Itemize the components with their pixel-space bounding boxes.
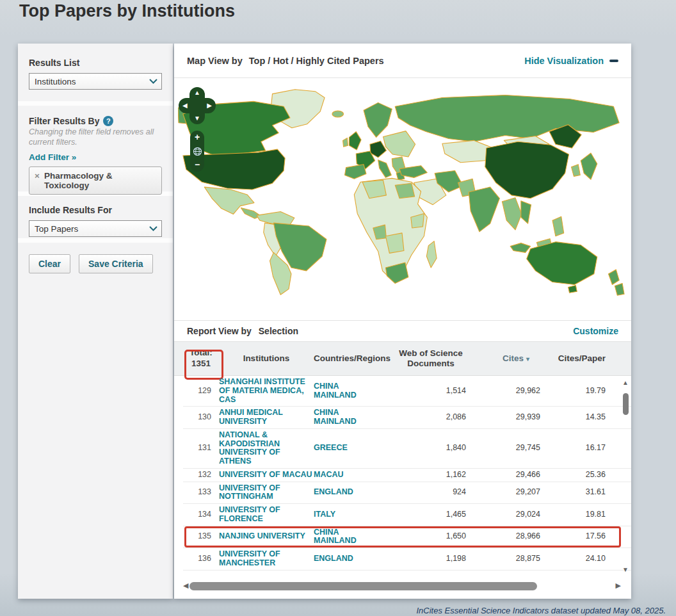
institution-link[interactable]: UNIVERSITY OF NOTTINGHAM [219, 484, 314, 502]
vertical-scrollbar[interactable]: ▲ ▼ [620, 375, 631, 580]
row-cites-per-paper: 25.36 [553, 471, 611, 480]
table-body: 129 SHANGHAI INSTITUTE OF MATERIA MEDICA… [174, 376, 631, 580]
report-view-mode: Selection [259, 326, 298, 336]
report-view-header: Report View by Selection Customize [174, 321, 631, 341]
row-wos-documents: 1,198 [383, 555, 479, 563]
pan-right-icon[interactable]: ▶ [207, 102, 212, 109]
total-count: Total: 1351 [183, 348, 219, 369]
row-cites: 29,466 [479, 471, 553, 480]
row-cites-per-paper: 19.81 [553, 510, 611, 519]
row-wos-documents: 1,514 [383, 387, 479, 396]
horizontal-scroll-thumb[interactable] [189, 582, 537, 590]
remove-filter-icon[interactable]: × [35, 171, 40, 190]
column-header-cites-per-paper[interactable]: Cites/Paper [553, 353, 611, 364]
pan-left-icon[interactable]: ◀ [182, 102, 188, 109]
filter-tag: × Pharmacology & Toxicology [29, 166, 162, 195]
institution-link[interactable]: NANJING UNIVERSITY [219, 532, 305, 541]
map-view-mode: Top / Hot / Highly Cited Papers [249, 56, 384, 66]
row-country: ENGLAND [314, 488, 383, 497]
row-cites: 28,875 [479, 555, 553, 563]
column-header-countries-regions[interactable]: Countries/Regions [314, 353, 383, 364]
scroll-up-icon[interactable]: ▲ [622, 379, 629, 386]
row-country: ITALY [314, 510, 383, 519]
filter-heading: Filter Results By? [29, 116, 162, 126]
row-country: CHINA MAINLAND [314, 409, 383, 426]
row-rank: 136 [183, 555, 219, 563]
row-rank: 130 [183, 413, 219, 422]
filter-tag-label: Pharmacology & Toxicology [44, 171, 156, 190]
row-country: CHINA MAINLAND [314, 528, 383, 546]
row-cites: 29,024 [479, 510, 553, 519]
row-cites: 29,939 [479, 413, 553, 422]
table-row: 133 UNIVERSITY OF NOTTINGHAM ENGLAND 924… [183, 482, 631, 505]
sidebar: Results List Institutions Filter Results… [18, 44, 173, 599]
page-title: Top Papers by Institutions [19, 1, 235, 21]
institution-link[interactable]: SHANGHAI INSTITUTE OF MATERIA MEDICA, CA… [219, 378, 314, 404]
row-cites: 29,207 [479, 488, 553, 497]
include-results-value: Top Papers [35, 224, 78, 234]
row-cites: 29,745 [479, 444, 553, 453]
map-countries[interactable] [178, 90, 624, 296]
row-wos-documents: 1,650 [383, 532, 479, 541]
row-cites-per-paper: 19.79 [553, 387, 611, 396]
row-rank: 134 [183, 510, 219, 519]
world-map [178, 83, 627, 300]
include-results-section: Include Results For Top Papers [18, 196, 173, 238]
clear-button[interactable]: Clear [29, 254, 70, 273]
map-pan-control[interactable]: ▲ ▼ ◀ ▶ [179, 87, 216, 124]
filter-section: Filter Results By? Changing the filter f… [18, 106, 173, 191]
institution-link[interactable]: UNIVERSITY OF MANCHESTER [219, 550, 314, 568]
hide-visualization-link[interactable]: Hide Visualization [524, 56, 618, 66]
row-rank: 132 [183, 471, 219, 480]
scroll-left-icon[interactable]: ◀ [183, 581, 188, 590]
row-cites-per-paper: 24.10 [553, 555, 611, 563]
table-row: 131 NATIONAL & KAPODISTRIAN UNIVERSITY O… [183, 429, 631, 469]
row-cites-per-paper: 17.56 [553, 532, 611, 541]
map-region: ▲ ▼ ◀ ▶ + − 0 [174, 78, 631, 320]
actions-section: Clear Save Criteria [18, 243, 173, 599]
zoom-in-button[interactable]: + [195, 133, 200, 142]
collapse-minus-icon [609, 60, 618, 62]
row-wos-documents: 1,162 [383, 471, 479, 480]
chevron-down-icon [149, 226, 157, 231]
zoom-out-button[interactable]: − [195, 161, 200, 169]
globe-icon[interactable] [193, 147, 202, 156]
horizontal-scrollbar[interactable]: ◀ ▶ [174, 580, 631, 592]
scroll-down-icon[interactable]: ▼ [622, 566, 629, 573]
row-wos-documents: 1,840 [383, 444, 479, 453]
column-header-cites[interactable]: Cites▾ [479, 353, 553, 364]
scroll-right-icon[interactable]: ▶ [616, 581, 621, 590]
row-cites-per-paper: 14.35 [553, 413, 611, 422]
results-list-label: Results List [29, 58, 162, 68]
save-criteria-button[interactable]: Save Criteria [79, 254, 153, 273]
table-row: 134 UNIVERSITY OF FLORENCE ITALY 1,465 2… [183, 504, 631, 526]
include-results-select[interactable]: Top Papers [29, 220, 162, 237]
table-row: 132 UNIVERSITY OF MACAU MACAU 1,162 29,4… [183, 469, 631, 482]
table-header: Total: 1351 Institutions Countries/Regio… [174, 341, 631, 376]
results-list-section: Results List Institutions [18, 44, 173, 101]
help-icon[interactable]: ? [103, 116, 113, 126]
column-header-institutions[interactable]: Institutions [219, 353, 314, 364]
institution-link[interactable]: UNIVERSITY OF MACAU [219, 471, 312, 480]
customize-link[interactable]: Customize [573, 326, 618, 336]
pan-up-icon[interactable]: ▲ [194, 90, 200, 96]
institution-link[interactable]: ANHUI MEDICAL UNIVERSITY [219, 409, 314, 426]
results-list-value: Institutions [35, 77, 76, 86]
institution-link[interactable]: UNIVERSITY OF FLORENCE [219, 506, 314, 524]
table-row: 135 NANJING UNIVERSITY CHINA MAINLAND 1,… [183, 526, 631, 549]
row-rank: 135 [183, 532, 219, 541]
vertical-scroll-thumb[interactable] [623, 393, 629, 415]
row-country: GREECE [314, 444, 383, 453]
table-row: 129 SHANGHAI INSTITUTE OF MATERIA MEDICA… [183, 376, 631, 407]
pan-down-icon[interactable]: ▼ [194, 115, 200, 122]
add-filter-link[interactable]: Add Filter » [29, 152, 76, 162]
table-row: 136 UNIVERSITY OF MANCHESTER ENGLAND 1,1… [183, 548, 631, 571]
row-country: ENGLAND [314, 555, 383, 563]
row-rank: 129 [183, 387, 219, 396]
results-list-select[interactable]: Institutions [29, 73, 162, 90]
include-results-label: Include Results For [29, 205, 162, 215]
column-header-wos-documents[interactable]: Web of Science Documents [383, 348, 479, 369]
institution-link[interactable]: NATIONAL & KAPODISTRIAN UNIVERSITY OF AT… [219, 431, 314, 466]
row-cites-per-paper: 16.17 [553, 444, 611, 453]
row-wos-documents: 2,086 [383, 413, 479, 422]
